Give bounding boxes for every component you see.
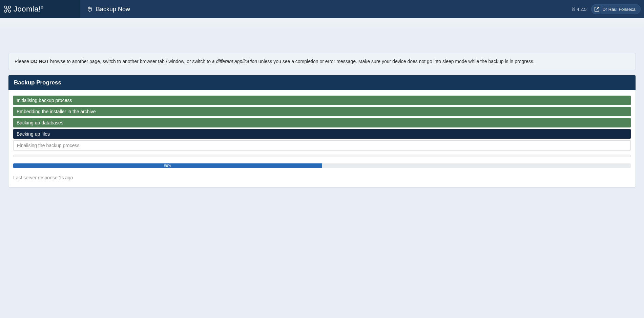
- last-response-text: Last server response 1s ago: [13, 175, 631, 180]
- content-area: Please DO NOT browse to another page, sw…: [0, 18, 644, 196]
- svg-point-6: [572, 9, 573, 11]
- svg-point-4: [572, 8, 573, 9]
- main-progress-bar: 50%: [13, 163, 631, 168]
- sub-progress-bar: [13, 155, 631, 157]
- page-title-area: Backup Now: [80, 0, 137, 18]
- external-link-icon: [594, 6, 600, 12]
- svg-point-3: [8, 10, 11, 13]
- version-badge[interactable]: 4.2.5: [572, 7, 587, 12]
- backup-step: Embedding the installer in the archive: [13, 107, 631, 116]
- user-name: Dr Raul Fonseca: [602, 7, 636, 12]
- backup-progress-panel: Backup Progress Initialising backup proc…: [8, 75, 636, 187]
- brand-logo: Joomla!®: [3, 5, 43, 14]
- svg-point-5: [574, 8, 575, 9]
- main-progress-fill: 50%: [13, 163, 322, 168]
- backup-step: Backing up files: [13, 129, 631, 139]
- backup-step: Initialising backup process: [13, 96, 631, 105]
- app-header: Joomla!® Backup Now 4.2.5 Dr Raul Fon: [0, 0, 644, 18]
- box-open-icon: [87, 6, 92, 13]
- svg-point-7: [574, 9, 575, 11]
- page-title: Backup Now: [96, 6, 130, 13]
- progress-label: 50%: [164, 164, 171, 168]
- svg-point-2: [4, 10, 7, 13]
- joomla-icon: [3, 5, 12, 13]
- svg-point-0: [4, 6, 7, 8]
- header-right: 4.2.5 Dr Raul Fonseca: [572, 0, 644, 18]
- steps-container: Initialising backup processEmbedding the…: [13, 96, 631, 151]
- backup-step: Finalising the backup process: [13, 140, 631, 151]
- svg-point-1: [8, 6, 11, 8]
- panel-header: Backup Progress: [8, 75, 636, 90]
- user-menu-button[interactable]: Dr Raul Fonseca: [591, 4, 641, 14]
- joomla-small-icon: [572, 7, 576, 11]
- version-text: 4.2.5: [577, 7, 587, 12]
- backup-step: Backing up databases: [13, 118, 631, 127]
- warning-notice: Please DO NOT browse to another page, sw…: [8, 53, 636, 70]
- brand-name: Joomla!®: [14, 5, 43, 14]
- brand-box[interactable]: Joomla!®: [0, 0, 80, 18]
- panel-body: Initialising backup processEmbedding the…: [8, 90, 636, 187]
